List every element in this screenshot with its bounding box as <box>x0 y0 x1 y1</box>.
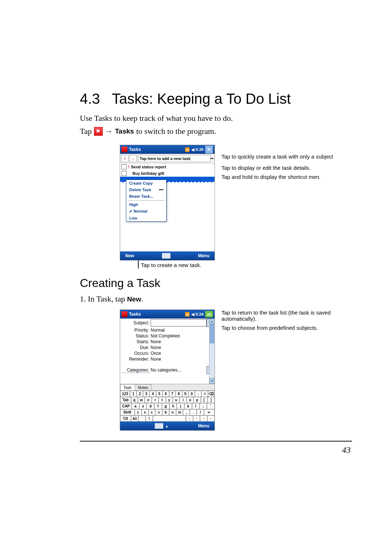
tab-notes[interactable]: Notes <box>135 384 152 390</box>
key[interactable]: t <box>159 397 166 403</box>
softkey-menu[interactable]: Menu <box>198 253 209 258</box>
key[interactable]: ` <box>138 415 146 422</box>
softkey-new[interactable]: New <box>125 253 134 258</box>
key[interactable]: . <box>190 409 197 415</box>
menu-priority-low[interactable]: Low <box>126 215 166 221</box>
start-flag-icon[interactable] <box>122 311 127 317</box>
scroll-up-icon[interactable]: ▴ <box>209 319 215 324</box>
sort-icon[interactable]: ↓ <box>130 155 137 162</box>
row-reminder[interactable]: Reminder: None <box>120 356 215 362</box>
row-due[interactable]: Due: None <box>120 345 215 350</box>
key[interactable]: 6 <box>163 391 169 397</box>
close-button[interactable]: ✕ <box>205 145 213 153</box>
key-right[interactable]: → <box>207 415 215 422</box>
task-row-1[interactable]: ! Send status report <box>120 164 215 170</box>
menu-create-copy[interactable]: Create Copy <box>126 180 166 186</box>
key[interactable]: d <box>147 403 154 409</box>
checkbox-icon[interactable] <box>122 171 127 176</box>
key[interactable]: g <box>162 403 170 409</box>
task-row-2[interactable]: Buy birthday gift <box>120 170 215 177</box>
key[interactable]: w <box>138 397 145 403</box>
key[interactable]: x <box>142 409 148 415</box>
key[interactable]: 123 <box>120 391 130 397</box>
key[interactable]: j <box>177 403 184 409</box>
key[interactable]: r <box>152 397 159 403</box>
sip-arrow-icon[interactable]: ▲ <box>165 424 168 428</box>
key-ctl[interactable]: Ctl <box>120 415 131 422</box>
key[interactable]: c <box>148 409 155 415</box>
key[interactable]: / <box>197 409 204 415</box>
key[interactable]: 5 <box>156 391 163 397</box>
row-priority[interactable]: Priority: Normal <box>120 327 215 333</box>
key-intl[interactable]: áü <box>131 415 138 422</box>
scroll-thumb[interactable] <box>210 324 214 343</box>
key-tab[interactable]: Tab <box>120 397 131 403</box>
key[interactable]: , <box>183 409 190 415</box>
key-caps[interactable]: CAP <box>120 403 132 409</box>
key[interactable]: 4 <box>150 391 156 397</box>
key[interactable]: k <box>184 403 192 409</box>
key-space[interactable] <box>153 415 186 422</box>
key[interactable]: ] <box>208 397 215 403</box>
key-down[interactable]: ↓ <box>186 415 193 422</box>
key[interactable]: a <box>132 403 139 409</box>
key[interactable]: z <box>135 409 142 415</box>
key[interactable]: p <box>193 397 200 403</box>
key-enter[interactable]: ↵ <box>204 409 215 415</box>
menu-priority-normal[interactable]: ✔ Normal <box>126 208 166 215</box>
key[interactable]: ; <box>200 403 207 409</box>
key[interactable]: 3 <box>143 391 150 397</box>
key[interactable]: o <box>187 397 193 403</box>
key[interactable]: h <box>170 403 177 409</box>
key[interactable]: f <box>154 403 162 409</box>
key[interactable]: m <box>176 409 183 415</box>
key[interactable]: 1 <box>130 391 136 397</box>
row-occurs[interactable]: Occurs: Once <box>120 350 215 356</box>
menu-beam-task[interactable]: Beam Task... <box>126 193 166 200</box>
key[interactable]: 9 <box>182 391 189 397</box>
menu-priority-high[interactable]: High <box>126 201 166 208</box>
softkey-menu[interactable]: Menu <box>198 423 209 428</box>
tab-task[interactable]: Task <box>120 384 135 390</box>
scroll-down-icon[interactable]: ▾ <box>209 378 215 384</box>
key-up[interactable]: ↑ <box>193 415 200 422</box>
key[interactable]: y <box>166 397 173 403</box>
key[interactable]: [ <box>201 397 208 403</box>
key[interactable]: 7 <box>169 391 176 397</box>
row-categories[interactable]: Categories: No categories... ▼ <box>120 366 215 374</box>
scroll-track[interactable] <box>209 324 215 378</box>
key[interactable]: q <box>131 397 138 403</box>
key[interactable]: b <box>162 409 169 415</box>
key[interactable]: s <box>139 403 147 409</box>
key[interactable]: = <box>201 391 208 397</box>
key[interactable]: v <box>155 409 162 415</box>
priority-filter-icon[interactable]: ! <box>121 155 128 162</box>
keyboard-toggle-icon[interactable] <box>155 423 163 429</box>
key[interactable]: 0 <box>188 391 195 397</box>
subject-input[interactable] <box>151 319 207 327</box>
start-flag-icon[interactable] <box>122 147 127 152</box>
key[interactable]: e <box>145 397 152 403</box>
key[interactable]: 8 <box>176 391 182 397</box>
keyboard-toggle-icon[interactable] <box>162 253 171 259</box>
onscreen-keyboard[interactable]: 123 1 2 3 4 5 6 7 8 9 0 - = ⌫ <box>120 390 215 422</box>
menu-delete-task[interactable]: Delete Task <box>129 188 151 192</box>
key[interactable]: n <box>169 409 176 415</box>
key-left[interactable]: ← <box>200 415 207 422</box>
key[interactable]: - <box>195 391 201 397</box>
key[interactable]: \ <box>146 415 153 422</box>
key[interactable]: 2 <box>136 391 143 397</box>
key[interactable]: i <box>180 397 187 403</box>
row-status[interactable]: Status: Not Completed <box>120 333 215 339</box>
ok-button[interactable]: ok <box>205 311 213 317</box>
checkbox-icon[interactable] <box>122 164 127 169</box>
scrollbar[interactable]: ▴ ▾ <box>209 319 215 384</box>
softkey-bar: New Menu <box>120 251 215 260</box>
row-starts[interactable]: Starts: None <box>120 339 215 345</box>
key[interactable]: u <box>173 397 180 403</box>
key-backspace[interactable]: ⌫ <box>208 391 215 397</box>
key[interactable]: l <box>192 403 200 409</box>
key-shift[interactable]: Shift <box>120 409 135 415</box>
add-task-input[interactable]: Tap here to add a new task <box>138 155 211 162</box>
key[interactable]: ' <box>207 403 215 409</box>
